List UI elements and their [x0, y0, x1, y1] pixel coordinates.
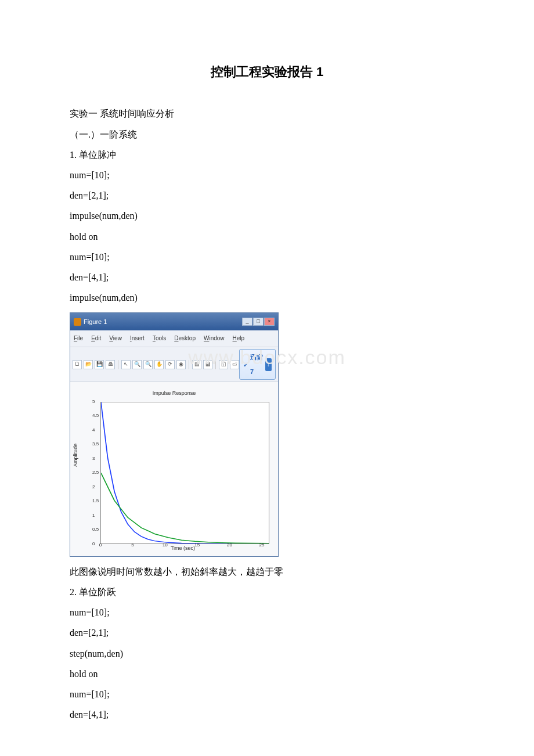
window-title: Figure 1: [84, 315, 107, 329]
x-tick: 25: [259, 540, 265, 550]
separator-icon: [189, 360, 189, 369]
code-line: hold on: [70, 664, 464, 684]
toolbar: 🗋 📂 💾 🖶 ↖ 🔍 🔍 ✋ ⟳ ◉ ▤ ▦ ◫ ▭ ✓ 迅雷7: [70, 347, 278, 381]
zoom-out-icon[interactable]: 🔍: [143, 360, 153, 369]
y-tick: 4: [92, 425, 95, 435]
matlab-icon: [74, 318, 81, 326]
menu-desktop[interactable]: Desktop: [171, 332, 199, 345]
menubar: File Edit View Insert Tools Desktop Wind…: [70, 330, 278, 347]
xunlei-badge[interactable]: ✓ 迅雷7 ↓: [239, 349, 276, 379]
dock-icon[interactable]: ◫: [219, 360, 228, 369]
menu-window[interactable]: Window: [200, 332, 228, 345]
code-line: impulse(num,den): [70, 206, 464, 226]
code-line: den=[4,1];: [70, 267, 464, 287]
y-tick: 3: [92, 453, 95, 464]
y-tick: 3.5: [92, 439, 99, 449]
separator-icon: [118, 360, 118, 369]
legend-icon[interactable]: ▤: [192, 360, 201, 369]
code-line: step(num,den): [70, 643, 464, 664]
datacursor-icon[interactable]: ◉: [176, 360, 186, 369]
code-line: den=[2,1];: [70, 185, 464, 206]
section-first-order: （一.）一阶系统: [70, 124, 464, 145]
series-T=2: [101, 402, 269, 543]
xunlei-label: 迅雷7: [250, 350, 264, 378]
menu-tools[interactable]: Tools: [149, 332, 169, 345]
x-tick: 10: [163, 540, 168, 550]
maximize-button[interactable]: □: [253, 318, 264, 326]
menu-edit[interactable]: Edit: [88, 332, 104, 345]
annotate-icon[interactable]: ▭: [230, 360, 239, 369]
close-button[interactable]: ×: [264, 318, 275, 326]
window-titlebar: Figure 1 _ □ ×: [70, 313, 278, 330]
y-axis-label: Amplitude: [70, 444, 82, 467]
figure-caption: 此图像说明时间常数越小，初始斜率越大，越趋于零: [70, 561, 464, 582]
y-tick: 1: [92, 510, 95, 521]
minimize-button[interactable]: _: [242, 318, 252, 326]
pan-icon[interactable]: ✋: [154, 360, 164, 369]
code-line: num=[10];: [70, 684, 464, 704]
x-tick: 0: [99, 540, 102, 550]
code-line: num=[10];: [70, 602, 464, 622]
x-tick: 5: [131, 540, 134, 550]
print-icon[interactable]: 🖶: [106, 360, 115, 369]
code-line: den=[2,1];: [70, 622, 464, 643]
plot-area: Impulse Response Amplitude 00.511.522.53…: [70, 382, 278, 556]
colorbar-icon[interactable]: ▦: [203, 360, 212, 369]
y-tick: 4.5: [92, 411, 99, 421]
x-tick: 15: [194, 540, 200, 550]
rotate-icon[interactable]: ⟳: [165, 360, 175, 369]
chart-axes: [100, 402, 269, 544]
matlab-figure-window: www.bdocx.com Figure 1 _ □ × File Edit V…: [70, 312, 464, 557]
x-tick: 20: [227, 540, 232, 550]
code-line: num=[10];: [70, 247, 464, 267]
code-line: hold on: [70, 226, 464, 247]
download-icon: ↓: [265, 358, 272, 371]
y-tick: 5: [92, 397, 95, 407]
xunlei-arrow-icon: ✓: [243, 358, 248, 372]
zoom-in-icon[interactable]: 🔍: [132, 360, 142, 369]
save-icon[interactable]: 💾: [95, 360, 104, 369]
subsection-impulse: 1. 单位脉冲: [70, 145, 464, 165]
code-line: den=[4,1];: [70, 704, 464, 725]
chart-lines: [101, 402, 269, 543]
separator-icon: [215, 360, 216, 369]
y-tick: 2.5: [92, 467, 99, 478]
open-icon[interactable]: 📂: [84, 360, 93, 369]
y-tick: 1.5: [92, 496, 99, 506]
menu-view[interactable]: View: [106, 332, 125, 345]
y-tick: 0: [92, 539, 95, 549]
x-axis-label: Time (sec): [171, 543, 195, 555]
y-tick: 0.5: [92, 524, 99, 535]
menu-file[interactable]: File: [70, 332, 86, 345]
menu-insert[interactable]: Insert: [127, 332, 148, 345]
series-T=4: [101, 473, 269, 543]
y-tick: 2: [92, 482, 95, 492]
plot-title: Impulse Response: [76, 388, 272, 399]
document-title: 控制工程实验报告 1: [70, 58, 464, 86]
code-line: num=[10];: [70, 165, 464, 185]
heading-experiment: 实验一 系统时间响应分析: [70, 103, 464, 124]
subsection-step: 2. 单位阶跃: [70, 582, 464, 602]
code-line: impulse(num,den): [70, 287, 464, 308]
menu-help[interactable]: Help: [229, 332, 248, 345]
pointer-icon[interactable]: ↖: [121, 360, 131, 369]
new-icon[interactable]: 🗋: [73, 360, 82, 369]
